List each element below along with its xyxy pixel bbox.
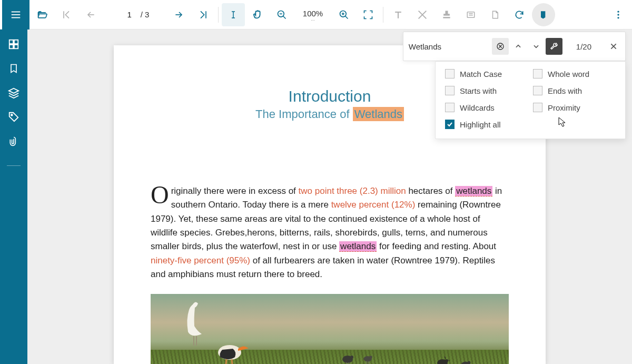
prev-page-button[interactable]	[79, 3, 102, 26]
sidebar-divider	[3, 155, 24, 176]
first-page-button[interactable]	[55, 3, 78, 26]
svg-point-52	[468, 361, 471, 364]
toolbar-separator	[383, 7, 383, 23]
document-viewer[interactable]: Introduction The Importance of Wetlands …	[27, 29, 632, 364]
menu-button[interactable]	[2, 0, 29, 29]
egret-icon	[182, 299, 209, 347]
page-total: 3	[145, 10, 149, 19]
bird-icon	[435, 356, 451, 364]
page-sep: /	[141, 10, 143, 19]
svg-rect-25	[14, 40, 18, 44]
svg-marker-28	[9, 88, 18, 93]
search-hit: wetlands	[455, 186, 492, 196]
stamp-tool[interactable]	[435, 3, 458, 26]
bird-icon	[459, 358, 473, 364]
last-page-button[interactable]	[192, 3, 215, 26]
next-page-button[interactable]	[167, 3, 191, 26]
option-starts-with[interactable]: Starts with	[445, 86, 528, 95]
zoom-level[interactable]: 100% ...	[294, 9, 331, 21]
option-match-case[interactable]: Match Case	[445, 69, 528, 78]
svg-point-36	[350, 356, 353, 359]
option-whole-word[interactable]: Whole word	[533, 69, 616, 78]
more-menu-button[interactable]	[607, 3, 630, 26]
left-sidebar	[0, 29, 27, 364]
new-page-tool[interactable]	[483, 3, 507, 26]
main-toolbar: / 3 100% ...	[0, 0, 632, 29]
bird-icon	[361, 353, 375, 364]
rotate-button[interactable]	[508, 3, 531, 26]
search-bar: 1/20	[403, 32, 626, 61]
open-file-button[interactable]	[31, 3, 54, 26]
option-ends-with[interactable]: Ends with	[533, 86, 616, 95]
option-proximity[interactable]: Proximity	[533, 103, 616, 112]
page-indicator: / 3	[103, 10, 166, 19]
document-image	[151, 294, 509, 364]
search-hit-current: Wetlands	[353, 107, 404, 121]
dropcap: O	[151, 184, 171, 206]
svg-line-33	[225, 359, 226, 364]
option-wildcards[interactable]: Wildcards	[445, 103, 528, 112]
next-match-button[interactable]	[528, 38, 545, 55]
clear-search-button[interactable]	[492, 38, 509, 55]
tags-panel-button[interactable]	[3, 106, 24, 127]
highlight-number: two point three (2.3) million	[299, 186, 406, 196]
fit-page-button[interactable]	[357, 3, 380, 26]
toolbar-separator	[218, 7, 219, 23]
form-tool[interactable]	[459, 3, 482, 26]
svg-point-29	[11, 114, 13, 116]
search-input[interactable]	[407, 39, 491, 54]
thumbnails-panel-button[interactable]	[3, 34, 24, 55]
bird-icon	[340, 353, 356, 364]
svg-rect-26	[9, 45, 13, 48]
svg-rect-27	[14, 45, 18, 48]
svg-rect-17	[443, 17, 450, 18]
prev-match-button[interactable]	[510, 38, 527, 55]
redact-tool[interactable]	[532, 3, 555, 26]
svg-line-34	[232, 359, 233, 364]
text-select-tool[interactable]	[222, 3, 245, 26]
highlight-number: twelve percent (12%)	[331, 200, 416, 210]
highlight-number: ninety-five percent (95%)	[151, 255, 250, 265]
svg-line-12	[345, 16, 348, 18]
svg-point-21	[617, 11, 619, 12]
svg-point-23	[617, 17, 619, 18]
zoom-in-button[interactable]	[332, 3, 355, 26]
svg-line-42	[369, 361, 369, 364]
svg-line-9	[283, 16, 286, 18]
search-count: 1/20	[564, 42, 604, 51]
attachments-panel-button[interactable]	[3, 131, 24, 152]
svg-point-22	[617, 14, 619, 15]
bookmarks-panel-button[interactable]	[3, 58, 24, 79]
svg-point-40	[370, 356, 372, 359]
svg-line-41	[367, 361, 367, 364]
search-hit: wetlands	[339, 241, 377, 252]
doc-body: Originally there were in excess of two p…	[151, 184, 509, 281]
stork-icon	[213, 334, 250, 364]
svg-rect-24	[9, 40, 13, 44]
search-options-panel: Match Case Whole word Starts with Ends w…	[435, 61, 626, 139]
layers-panel-button[interactable]	[3, 82, 24, 103]
add-text-tool[interactable]	[387, 3, 410, 26]
measure-tool[interactable]	[411, 3, 434, 26]
close-search-button[interactable]	[605, 38, 622, 55]
page-current-input[interactable]	[121, 10, 139, 19]
search-options-button[interactable]	[546, 38, 562, 55]
pan-tool[interactable]	[246, 3, 269, 26]
zoom-out-button[interactable]	[270, 3, 293, 26]
option-highlight-all[interactable]: Highlight all	[445, 120, 528, 129]
